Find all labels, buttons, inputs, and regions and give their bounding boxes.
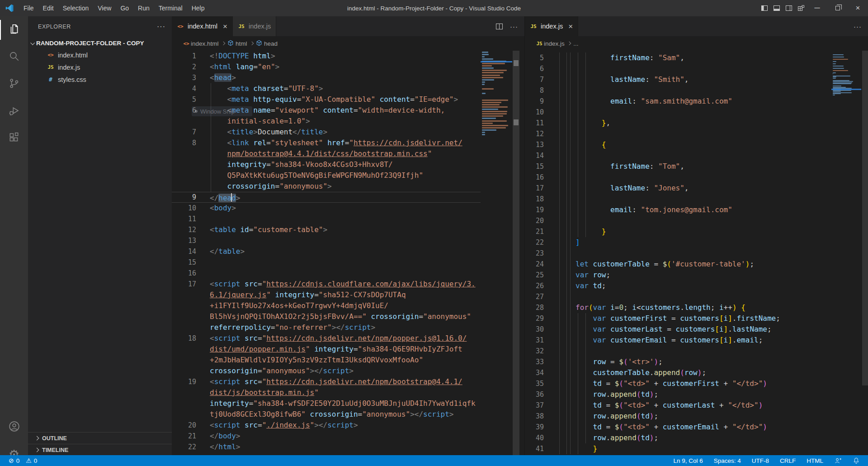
scrollbar[interactable] (862, 51, 868, 455)
split-editor-icon[interactable] (496, 24, 503, 29)
code-row[interactable]: 23 (525, 248, 831, 259)
code-row[interactable]: npm/bootstrap@4.4.1/dist/css/bootstrap.m… (172, 148, 481, 159)
code-row[interactable]: 19 email: "tom.jones@gmail.com" (525, 204, 831, 215)
status-eol[interactable]: CRLF (777, 455, 798, 466)
explorer-actions-icon[interactable]: ··· (157, 23, 165, 31)
status-encoding[interactable]: UTF-8 (749, 455, 772, 466)
code-row[interactable]: 5 <meta http-equiv="X-UA-Compatible" con… (172, 94, 481, 105)
code-row[interactable]: 11 }, (525, 118, 831, 128)
code-row[interactable]: 5 firstName: "Sam", (525, 52, 831, 63)
code-row[interactable]: 29 var customerFirst = customers[i].firs… (525, 313, 831, 324)
breadcrumb-item-index.html[interactable]: <>index.html (183, 40, 219, 47)
menu-run[interactable]: Run (133, 0, 154, 16)
close-icon[interactable]: × (223, 23, 227, 30)
code-row[interactable]: 37 td = $("<td>" + customerLast + "</td>… (525, 400, 831, 411)
code-row[interactable]: 33 row = $('<tr>'); (525, 357, 831, 367)
code-row[interactable]: 6 (525, 63, 831, 74)
code-row[interactable]: 8 (525, 85, 831, 96)
code-row[interactable]: 13 (172, 235, 481, 246)
status-error[interactable]: ⊘0 (6, 455, 22, 466)
code-row[interactable]: 36 row.append(td); (525, 389, 831, 400)
code-row[interactable]: 9 email: "sam.smith@gmail.com" (525, 96, 831, 107)
code-row[interactable]: 20<script src="./index.js"></script> (172, 420, 481, 431)
code-row[interactable]: 27 (525, 291, 831, 302)
code-row[interactable]: 34 customerTable.append(row); (525, 367, 831, 378)
code-row[interactable]: 19<script src="https://cdn.jsdelivr.net/… (172, 376, 481, 387)
code-row[interactable]: 40 row.append(td); (525, 433, 831, 443)
toggle-panel-icon[interactable] (770, 0, 783, 16)
code-row[interactable]: 12 (525, 128, 831, 139)
code-row[interactable]: 21 } (525, 226, 831, 237)
code-row[interactable]: 7 <title>Document</title> (172, 127, 481, 138)
tab-index.js[interactable]: JSindex.js× (525, 16, 578, 36)
code-row[interactable]: 22</html> (172, 442, 481, 452)
code-row[interactable]: 14</table> (172, 246, 481, 257)
activity-explorer[interactable] (0, 16, 28, 43)
status-cursor-position[interactable]: Ln 9, Col 6 (670, 455, 705, 466)
code-row[interactable]: 8 <link rel="stylesheet" href="https://c… (172, 138, 481, 148)
restore-button[interactable] (827, 0, 848, 16)
breadcrumb-item-html[interactable]: html (227, 40, 247, 48)
code-row[interactable]: 22] (525, 237, 831, 248)
code-row[interactable]: 11 (172, 214, 481, 224)
menu-view[interactable]: View (93, 0, 116, 16)
code-row[interactable]: Bl5hVsjnQPQiTOhAX1O2r2j5bjsFBvv/A==" cro… (172, 311, 481, 322)
minimize-button[interactable]: ─ (807, 0, 827, 16)
activity-extensions[interactable] (0, 125, 28, 152)
more-actions-icon[interactable]: ··· (854, 23, 862, 30)
file-index.js[interactable]: JSindex.js (28, 61, 172, 73)
code-row[interactable]: crossorigin="anonymous"></script> (172, 366, 481, 376)
code-row[interactable]: 13 { (525, 139, 831, 150)
code-row[interactable]: tj0Uod8GCExl3Og8ifwB6" crossorigin="anon… (172, 409, 481, 420)
scrollbar[interactable] (513, 51, 519, 455)
code-row[interactable]: 21</body> (172, 431, 481, 442)
close-icon[interactable]: × (568, 23, 573, 30)
code-row[interactable]: 32 (525, 346, 831, 357)
menu-selection[interactable]: Selection (58, 0, 94, 16)
code-row[interactable]: 1<!DOCTYPE html> (172, 51, 481, 62)
code-row[interactable]: initial-scale=1.0"> (172, 116, 481, 127)
code-row[interactable]: 38 row.append(td); (525, 411, 831, 422)
file-index.html[interactable]: <>index.html (28, 49, 172, 61)
code-row[interactable]: crossorigin="anonymous"> (172, 181, 481, 192)
breadcrumb-item-...[interactable]: ... (573, 40, 578, 47)
activity-search[interactable] (0, 43, 28, 71)
toggle-secondary-sidebar-icon[interactable] (783, 0, 795, 16)
code-row[interactable]: 9</head> (172, 192, 481, 203)
code-row[interactable]: 39 td = $("<td>" + customerEmail + "</td… (525, 422, 831, 433)
status-indentation[interactable]: Spaces: 4 (711, 455, 744, 466)
menu-file[interactable]: File (19, 0, 38, 16)
code-row[interactable]: 15 (172, 257, 481, 268)
close-button[interactable]: × (848, 0, 868, 16)
code-row[interactable]: 6.1/jquery.js" integrity="sha512-CX7sDOp… (172, 290, 481, 300)
code-row[interactable]: 18<script src="https://cdn.jsdelivr.net/… (172, 333, 481, 344)
code-row[interactable]: 2<html lang="en"> (172, 62, 481, 72)
code-row[interactable]: 10 (525, 107, 831, 118)
code-row[interactable]: +2mJbHaEWldlvI9IOYy5n3zV9zzTtmI3UksdQRVv… (172, 355, 481, 366)
menu-go[interactable]: Go (116, 0, 133, 16)
activity-accounts[interactable] (0, 414, 28, 441)
code-row[interactable]: 20 (525, 215, 831, 226)
status-language-mode[interactable]: HTML (804, 455, 826, 466)
activity-run-debug[interactable] (0, 98, 28, 125)
more-actions-icon[interactable]: ··· (510, 23, 518, 30)
code-row[interactable]: 25var row; (525, 270, 831, 281)
menu-edit[interactable]: Edit (38, 0, 58, 16)
toggle-sidebar-icon[interactable] (758, 0, 770, 16)
section-outline[interactable]: OUTLINE (28, 432, 172, 444)
code-row[interactable]: 41 } (525, 443, 831, 454)
code-row[interactable]: Q5PaXtkKtu6ug5TOeNV6gBiFeWPGFN9MuhOf23Q9… (172, 170, 481, 181)
activity-source-control[interactable] (0, 71, 28, 98)
code-row[interactable]: 10<body> (172, 203, 481, 214)
code-row[interactable]: 17 lastName: "Jones", (525, 183, 831, 194)
code-editor-index-html[interactable]: 1<!DOCTYPE html>2<html lang="en">3<head>… (172, 51, 524, 455)
code-row[interactable]: 24let customerTable = $('#customer-table… (525, 259, 831, 270)
minimap[interactable] (831, 51, 861, 455)
customize-layout-icon[interactable] (795, 0, 807, 16)
code-row[interactable]: integrity="sha384-wfSDF2E50Y2D1uUdj0O3uM… (172, 398, 481, 409)
code-row[interactable]: 26var td; (525, 281, 831, 291)
code-row[interactable]: dist/umd/popper.min.js" integrity="sha38… (172, 344, 481, 355)
tab-index.html[interactable]: <>index.html× (172, 16, 233, 36)
code-row[interactable]: dist/js/bootstrap.min.js" (172, 387, 481, 398)
code-row[interactable]: 35 td = $("<td>" + customerFirst + "</td… (525, 378, 831, 389)
